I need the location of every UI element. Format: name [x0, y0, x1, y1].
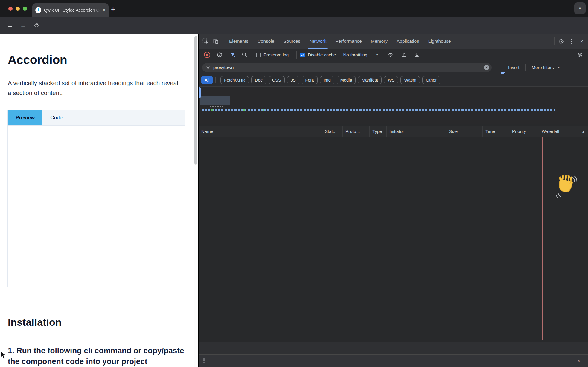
- request-type-chip[interactable]: CSS: [269, 76, 285, 84]
- disable-cache-checkbox[interactable]: [300, 53, 305, 57]
- separator: [252, 51, 252, 59]
- description-line-1: A vertically stacked set of interactive …: [8, 78, 178, 88]
- column-header-type[interactable]: Type: [370, 126, 387, 137]
- record-network-log-button[interactable]: [204, 52, 210, 58]
- drawer-close-icon[interactable]: ×: [577, 358, 580, 364]
- separator: [573, 51, 573, 59]
- devtools-tab[interactable]: Network: [305, 34, 331, 49]
- new-tab-button[interactable]: +: [111, 5, 115, 13]
- request-type-chips: AllFetch/XHRDocCSSJSFontImgMediaManifest…: [199, 74, 588, 87]
- requests-table-body: [199, 137, 588, 340]
- filter-icon[interactable]: [230, 52, 236, 58]
- separator: [554, 37, 555, 45]
- devtools-menu-icon[interactable]: [566, 36, 577, 46]
- screenshot-root: Qwik UI | Styled Accordion Co × + ▼ ← → …: [0, 0, 588, 367]
- network-toolbar: Preserve log Disable cache No throttling…: [199, 49, 588, 61]
- sort-ascending-icon: ▲: [582, 130, 585, 133]
- column-header-protocol[interactable]: Proto...: [343, 126, 370, 137]
- tab-close-icon[interactable]: ×: [103, 7, 106, 13]
- macos-zoom-button[interactable]: [23, 7, 27, 11]
- tab-code[interactable]: Code: [42, 110, 70, 125]
- step-line-1: 1. Run the following cli command or copy…: [8, 345, 184, 356]
- devtools-tab[interactable]: Sources: [279, 34, 305, 49]
- page-title: Accordion: [8, 53, 67, 67]
- timeline-selection[interactable]: [200, 96, 230, 105]
- import-har-icon[interactable]: [414, 52, 420, 58]
- reload-button[interactable]: [31, 17, 42, 34]
- macos-close-button[interactable]: [8, 7, 13, 11]
- timeline-activity: [263, 109, 264, 111]
- filter-value[interactable]: proxytown: [213, 65, 484, 70]
- column-header-name[interactable]: Name: [199, 126, 322, 137]
- timeline-activity: [243, 109, 245, 111]
- network-summary-bar: [199, 342, 588, 354]
- devtools-tab[interactable]: Performance: [331, 34, 366, 49]
- export-har-icon[interactable]: [401, 52, 407, 58]
- preserve-log-label[interactable]: Preserve log: [263, 52, 289, 57]
- clear-filter-icon[interactable]: ×: [484, 65, 489, 70]
- request-type-chip[interactable]: Img: [320, 76, 334, 84]
- devtools-tab[interactable]: Application: [392, 34, 424, 49]
- forward-button[interactable]: →: [17, 17, 29, 34]
- tab-preview[interactable]: Preview: [8, 110, 42, 125]
- request-type-chip[interactable]: Wasm: [400, 76, 420, 84]
- request-type-chip[interactable]: WS: [384, 76, 398, 84]
- more-filters-caret-icon[interactable]: ▼: [557, 66, 560, 69]
- tab-search-button[interactable]: ▼: [574, 2, 586, 14]
- request-type-chip[interactable]: Font: [302, 76, 318, 84]
- clear-network-log-icon[interactable]: [217, 52, 223, 58]
- more-filters-label[interactable]: More filters: [532, 65, 554, 70]
- filter-funnel-icon: [206, 65, 210, 70]
- step-line-2: the component code into your project: [8, 356, 184, 367]
- web-page: Accordion A vertically stacked set of in…: [0, 34, 198, 367]
- devtools-close-icon[interactable]: ×: [577, 36, 587, 46]
- devtools-tab[interactable]: Memory: [366, 34, 392, 49]
- page-description: A vertically stacked set of interactive …: [8, 78, 178, 98]
- throttling-select[interactable]: No throttling: [343, 52, 367, 57]
- devtools-tab[interactable]: Elements: [225, 34, 253, 49]
- devtools-tabbar: ElementsConsoleSourcesNetworkPerformance…: [199, 34, 588, 49]
- request-type-chip[interactable]: Manifest: [358, 76, 382, 84]
- description-line-2: a section of content.: [8, 88, 178, 98]
- column-header-priority[interactable]: Priority: [509, 126, 539, 137]
- demo-tabbar: Preview Code: [8, 110, 185, 126]
- column-header-size[interactable]: Size: [446, 126, 483, 137]
- devtools-tab[interactable]: Lighthouse: [424, 34, 456, 49]
- page-scrollbar[interactable]: [194, 34, 198, 367]
- macos-minimize-button[interactable]: [16, 7, 20, 11]
- network-settings-icon[interactable]: [575, 50, 585, 60]
- preserve-log-checkbox[interactable]: [256, 53, 261, 57]
- component-demo-card: Preview Code: [7, 110, 185, 287]
- browser-tab[interactable]: Qwik UI | Styled Accordion Co ×: [32, 3, 109, 17]
- waving-hand-emoji: [555, 173, 577, 198]
- inspect-element-icon[interactable]: [200, 36, 211, 46]
- devtools-settings-icon[interactable]: [556, 36, 566, 46]
- request-type-chip[interactable]: JS: [287, 76, 299, 84]
- device-toolbar-icon[interactable]: [211, 36, 221, 46]
- request-type-chip[interactable]: Media: [337, 76, 356, 84]
- column-header-waterfall[interactable]: Waterfall ▲: [539, 126, 588, 137]
- column-header-time[interactable]: Time: [483, 126, 509, 137]
- devtools-tab[interactable]: Console: [253, 34, 279, 49]
- search-icon[interactable]: [242, 52, 247, 58]
- devtools-panel: ElementsConsoleSourcesNetworkPerformance…: [198, 34, 588, 367]
- disable-cache-label[interactable]: Disable cache: [308, 52, 336, 57]
- request-type-chip[interactable]: Other: [422, 76, 440, 84]
- throttling-caret-icon[interactable]: ▼: [376, 53, 378, 56]
- network-conditions-icon[interactable]: [387, 52, 393, 58]
- mouse-cursor: [0, 351, 7, 360]
- request-type-chip[interactable]: All: [201, 76, 213, 84]
- column-header-initiator[interactable]: Initiator: [387, 126, 446, 137]
- scrollbar-thumb[interactable]: [194, 36, 197, 165]
- filter-input[interactable]: proxytown ×: [202, 63, 492, 72]
- network-overview-timeline[interactable]: [199, 87, 588, 124]
- column-header-status[interactable]: Stat...: [322, 126, 343, 137]
- invert-label[interactable]: Invert: [508, 65, 520, 70]
- separator: [226, 51, 226, 59]
- back-button[interactable]: ←: [4, 17, 16, 34]
- request-type-chip[interactable]: Doc: [251, 76, 266, 84]
- load-event-line: [542, 137, 543, 340]
- request-type-chip[interactable]: Fetch/XHR: [220, 76, 249, 84]
- devtools-drawer: ×: [199, 354, 588, 367]
- drawer-menu-icon[interactable]: [203, 358, 205, 363]
